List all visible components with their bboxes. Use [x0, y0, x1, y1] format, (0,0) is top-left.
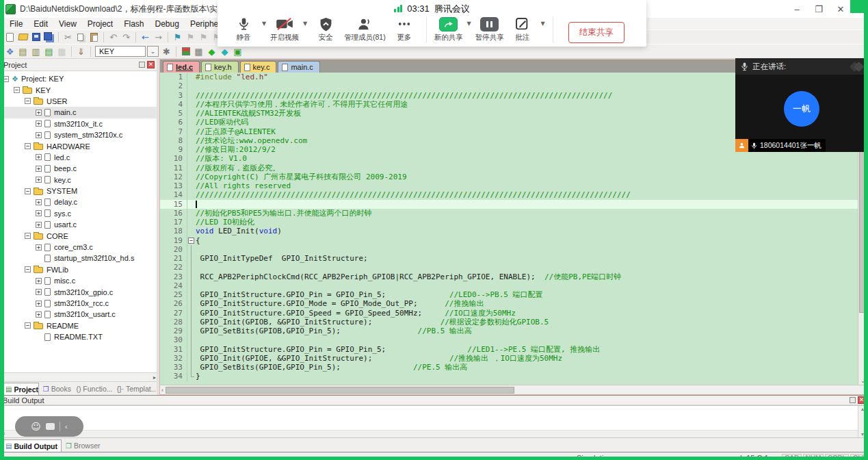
- tree-expander-icon[interactable]: +: [36, 278, 42, 284]
- code-line[interactable]: 26 GPIO_InitStructure.GPIO_Mode = GPIO_M…: [160, 299, 867, 308]
- tree-expander-icon[interactable]: +: [36, 177, 42, 183]
- new-file-icon[interactable]: [3, 31, 16, 43]
- scroll-left-icon[interactable]: ◂: [1, 374, 3, 381]
- pin-icon[interactable]: [139, 62, 145, 68]
- code-line[interactable]: 34}: [160, 372, 867, 381]
- copy-icon[interactable]: [75, 31, 88, 43]
- tree-expander-icon[interactable]: +: [36, 166, 42, 172]
- menu-item-project[interactable]: Project: [82, 19, 118, 29]
- editor-hscrollbar[interactable]: ‹ ›: [160, 385, 867, 394]
- tree-item-usart-c[interactable]: +usart.c: [0, 219, 157, 230]
- camera-button-dropdown-icon[interactable]: ▼: [301, 21, 309, 27]
- tree-item-sys-c[interactable]: +sys.c: [0, 208, 157, 219]
- new-share-button-dropdown-icon[interactable]: ▼: [465, 21, 473, 27]
- code-line[interactable]: 15: [160, 200, 867, 209]
- nav-back-icon[interactable]: ←: [139, 31, 152, 43]
- stop-build-icon[interactable]: ▦: [55, 46, 68, 58]
- scroll-left-icon[interactable]: ‹: [161, 387, 163, 394]
- tree-item-system[interactable]: −SYSTEM: [0, 186, 157, 196]
- code-line[interactable]: 30: [160, 335, 867, 344]
- annotate-button-dropdown-icon[interactable]: ▼: [539, 21, 547, 27]
- code-line[interactable]: 28 GPIO_Init(GPIOB, &GPIO_InitStructure)…: [160, 318, 867, 327]
- build-icon[interactable]: ▤: [16, 46, 29, 58]
- code-line[interactable]: 22: [160, 263, 867, 272]
- code-line[interactable]: 16//初始化PB5和PE5为输出口.并使能这两个口的时钟: [160, 209, 867, 218]
- tree-item-hardware[interactable]: −HARDWARE: [0, 140, 157, 151]
- tree-item-key-c[interactable]: +key.c: [0, 175, 157, 186]
- pause-share-button[interactable]: 暂停共享: [473, 15, 506, 43]
- tab-templates[interactable]: {}· Templat...: [113, 383, 157, 395]
- tree-expander-icon[interactable]: +: [36, 120, 42, 127]
- scroll-down-icon[interactable]: ▼: [860, 432, 865, 437]
- debug-session-icon[interactable]: [179, 46, 192, 58]
- menu-item-edit[interactable]: Edit: [28, 19, 53, 29]
- bookmark-icon[interactable]: ⚑: [171, 31, 184, 43]
- panel-close-icon[interactable]: ✕: [147, 61, 155, 68]
- code-line[interactable]: 10//版本: V1.0: [160, 154, 867, 163]
- build-output-vscrollbar[interactable]: ▲▼: [858, 406, 867, 437]
- sim-green-icon[interactable]: ◆: [205, 46, 218, 58]
- tree-item-stm32f10x-usart-c[interactable]: +stm32f10x_usart.c: [0, 309, 157, 320]
- batch-build-icon[interactable]: ▤: [42, 46, 55, 58]
- close-button[interactable]: ✕: [830, 0, 852, 18]
- tree-expander-icon[interactable]: +: [36, 301, 42, 307]
- tree-expander-icon[interactable]: −: [25, 266, 31, 272]
- mute-button-dropdown-icon[interactable]: ▼: [260, 21, 268, 27]
- tree-item-startup-stm32f10x-hd-s[interactable]: startup_stm32f10x_hd.s: [0, 253, 157, 264]
- code-line[interactable]: 14//////////////////////////////////////…: [160, 190, 867, 199]
- more-button[interactable]: 更多: [388, 15, 421, 43]
- tree-expander-icon[interactable]: −: [25, 188, 31, 194]
- tree-expander-icon[interactable]: −: [25, 322, 31, 329]
- hscroll-thumb[interactable]: [166, 387, 514, 394]
- code-line[interactable]: 20: [160, 245, 867, 254]
- bookmark-prev-icon[interactable]: ⚑: [184, 31, 197, 43]
- target-dropdown[interactable]: ⌄: [147, 46, 159, 57]
- tree-expander-icon[interactable]: −: [14, 87, 20, 93]
- code-line[interactable]: 12//Copyright(C) 广州市星翼电子科技有限公司 2009-2019: [160, 172, 867, 181]
- meeting-reactions-pill[interactable]: ☺ ‹: [15, 416, 83, 437]
- tree-item-readme[interactable]: −README: [0, 320, 157, 331]
- tab-books[interactable]: ❒Books: [39, 383, 73, 395]
- tab-build-output[interactable]: ▤Build Output: [1, 439, 62, 452]
- tab-key-h[interactable]: key.h: [201, 61, 238, 73]
- code-line[interactable]: 24: [160, 281, 867, 290]
- tree-item-stm32f10x-rcc-c[interactable]: +stm32f10x_rcc.c: [0, 298, 157, 309]
- maximize-button[interactable]: ❐: [808, 0, 830, 18]
- tree-item-project-key[interactable]: −❖Project: KEY: [0, 73, 157, 84]
- tree-expander-icon[interactable]: −: [25, 143, 31, 149]
- scroll-down-icon[interactable]: ⌄: [858, 378, 867, 384]
- save-all-icon[interactable]: [42, 31, 55, 43]
- pack-installer-icon[interactable]: ▣: [231, 46, 244, 58]
- code-line[interactable]: 17//LED IO初始化: [160, 218, 867, 227]
- panel-close-icon[interactable]: ✕: [858, 396, 865, 404]
- participant-video-tile[interactable]: 一帆 1806014401张一帆: [735, 75, 868, 152]
- target-options-icon[interactable]: ✱: [160, 46, 173, 58]
- code-line[interactable]: 13//All rights reserved: [160, 181, 867, 190]
- sim-cyan-icon[interactable]: ◆: [218, 46, 231, 58]
- tree-item-stm32f10x-gpio-c[interactable]: +stm32f10x_gpio.c: [0, 286, 157, 297]
- tree-item-main-c[interactable]: +main.c: [0, 107, 157, 118]
- emoji-icon[interactable]: ☺: [31, 422, 41, 431]
- mute-button[interactable]: 静音: [227, 15, 260, 43]
- code-line[interactable]: 18void LED_Init(void): [160, 227, 867, 235]
- tree-expander-icon[interactable]: −: [25, 233, 31, 239]
- code-line[interactable]: 33 GPIO_SetBits(GPIOE,GPIO_Pin_5); //PE.…: [160, 363, 867, 372]
- menu-item-debug[interactable]: Debug: [150, 19, 185, 29]
- tree-item-delay-c[interactable]: +delay.c: [0, 196, 157, 207]
- new-share-button[interactable]: 新的共享: [432, 15, 465, 43]
- tab-project[interactable]: ▤Project: [1, 383, 39, 395]
- tree-expander-icon[interactable]: +: [36, 222, 42, 228]
- code-line[interactable]: 23 RCC_APB2PeriphClockCmd(RCC_APB2Periph…: [160, 272, 867, 281]
- paste-icon[interactable]: [88, 31, 101, 43]
- menu-item-file[interactable]: File: [4, 19, 28, 29]
- tree-item-system-stm32f10x-c[interactable]: +system_stm32f10x.c: [0, 129, 157, 140]
- code-line[interactable]: 29 GPIO_SetBits(GPIOB,GPIO_Pin_5); //PB.…: [160, 327, 867, 335]
- code-line[interactable]: 11//版权所有，盗版必究。: [160, 164, 867, 172]
- undo-icon[interactable]: ↶: [107, 31, 120, 43]
- code-line[interactable]: 21 GPIO_InitTypeDef GPIO_InitStructure;: [160, 254, 867, 263]
- tree-item-readme-txt[interactable]: README.TXT: [0, 331, 157, 342]
- tab-led-c[interactable]: led.c: [163, 61, 200, 73]
- save-icon[interactable]: [29, 31, 42, 43]
- tab-browser[interactable]: ❒Browser: [62, 439, 104, 452]
- minimize-button[interactable]: –: [786, 0, 808, 18]
